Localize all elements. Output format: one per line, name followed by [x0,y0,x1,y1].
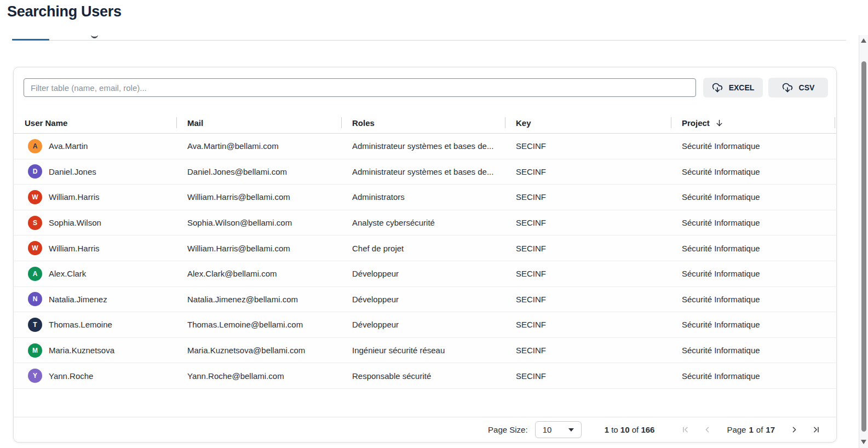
next-page-button[interactable] [790,425,799,434]
user-name: Ava.Martin [49,141,88,151]
mail-cell: Alex.Clark@bellami.com [176,269,341,278]
user-name: William.Harris [49,192,100,202]
roles-cell: Développeur [341,320,505,329]
pager-controls: Page 1 of 17 [681,425,821,434]
key-cell: SECINF [505,269,671,278]
roles-cell: Administrateur systèmes et bases de... [341,167,505,176]
user-name-cell: N Natalia.Jimenez [14,292,176,306]
page-title: Searching Users [7,3,122,20]
avatar: A [28,139,42,153]
active-tab-underline[interactable] [12,39,49,41]
table-body: A Ava.Martin Ava.Martin@bellami.com Admi… [14,134,836,389]
cloud-download-icon [712,82,723,93]
user-name-cell: M Maria.Kuznetsova [14,343,176,358]
cloud-download-icon [782,82,793,93]
key-cell: SECINF [505,295,671,304]
key-cell: SECINF [505,244,671,253]
user-name: Sophia.Wilson [49,218,101,227]
page-indicator: Page 1 of 17 [727,425,775,434]
mail-cell: William.Harris@bellami.com [176,192,341,202]
export-excel-button[interactable]: EXCEL [703,78,763,97]
scroll-up-arrow-icon[interactable] [861,38,866,43]
scroll-down-arrow-icon[interactable] [861,440,866,444]
user-name-cell: D Daniel.Jones [14,164,176,179]
avatar: T [28,318,42,332]
page-size-select[interactable]: 10 [535,421,582,438]
table-row[interactable]: D Daniel.Jones Daniel.Jones@bellami.com … [14,159,836,185]
table-row[interactable]: S Sophia.Wilson Sophia.Wilson@bellami.co… [14,210,836,236]
export-csv-button[interactable]: CSV [768,78,828,97]
row-range-text: 1 to 10 of 166 [605,425,655,434]
first-page-icon [681,425,690,434]
key-cell: SECINF [505,346,671,355]
user-name: Alex.Clark [49,269,86,278]
key-cell: SECINF [505,218,671,227]
table-row[interactable]: M Maria.Kuznetsova Maria.Kuznetsova@bell… [14,338,836,364]
project-cell: Sécurité Informatique [671,192,836,202]
scrollbar-thumb[interactable] [861,61,866,432]
table-row[interactable]: A Alex.Clark Alex.Clark@bellami.com Déve… [14,261,836,287]
project-cell: Sécurité Informatique [671,269,836,278]
mail-cell: Maria.Kuznetsova@bellami.com [176,346,341,355]
project-cell: Sécurité Informatique [671,141,836,151]
project-cell: Sécurité Informatique [671,244,836,253]
table-header-row: User Name Mail Roles Key Project [14,112,836,134]
avatar: Y [28,369,42,383]
column-header-project[interactable]: Project [671,112,836,133]
first-page-button[interactable] [681,425,690,434]
column-header-roles[interactable]: Roles [341,112,505,133]
users-table-card: EXCEL CSV User Name Mail Roles Key Proje… [13,67,837,443]
table-row[interactable]: T Thomas.Lemoine Thomas.Lemoine@bellami.… [14,312,836,338]
caret-down-icon [568,428,574,432]
key-cell: SECINF [505,141,671,151]
roles-cell: Chef de projet [341,244,505,253]
mail-cell: Yann.Roche@bellami.com [176,371,341,381]
table-row[interactable]: Y Yann.Roche Yann.Roche@bellami.com Resp… [14,363,836,389]
mail-cell: Thomas.Lemoine@bellami.com [176,320,341,329]
mail-cell: Natalia.Jimenez@bellami.com [176,295,341,304]
filter-input[interactable] [24,78,696,97]
user-name: William.Harris [49,244,100,253]
last-page-button[interactable] [812,425,821,434]
chevron-left-icon [703,425,712,434]
column-header-key[interactable]: Key [505,112,671,133]
roles-cell: Administrators [341,192,505,202]
user-name: Yann.Roche [49,371,93,381]
key-cell: SECINF [505,192,671,202]
user-name-cell: A Ava.Martin [14,139,176,153]
table-row[interactable]: A Ava.Martin Ava.Martin@bellami.com Admi… [14,134,836,159]
roles-cell: Responsable sécurité [341,371,505,381]
last-page-icon [812,425,821,434]
page-size-label: Page Size: [488,425,528,434]
user-name-cell: W William.Harris [14,190,176,204]
roles-cell: Ingénieur sécurité réseau [341,346,505,355]
column-header-username[interactable]: User Name [14,112,176,133]
pagination-bar: Page Size: 10 1 to 10 of 166 Pa [14,417,836,442]
table-row[interactable]: W William.Harris William.Harris@bellami.… [14,236,836,261]
previous-page-button[interactable] [703,425,712,434]
project-cell: Sécurité Informatique [671,320,836,329]
avatar: D [28,164,42,179]
roles-cell: Développeur [341,269,505,278]
table-row[interactable]: W William.Harris William.Harris@bellami.… [14,185,836,210]
avatar: W [28,190,42,204]
mail-cell: Daniel.Jones@bellami.com [176,167,341,176]
mail-cell: Sophia.Wilson@bellami.com [176,218,341,227]
user-name: Natalia.Jimenez [49,295,107,304]
tab-bar-divider [12,40,846,41]
sort-descending-icon [715,119,723,127]
column-header-mail[interactable]: Mail [176,112,341,133]
user-name-cell: A Alex.Clark [14,267,176,281]
table-row[interactable]: N Natalia.Jimenez Natalia.Jimenez@bellam… [14,287,836,313]
user-name: Thomas.Lemoine [49,320,112,329]
key-cell: SECINF [505,167,671,176]
vertical-scrollbar[interactable] [859,35,868,448]
user-name-cell: T Thomas.Lemoine [14,318,176,332]
tab-partial-text[interactable] [91,34,98,38]
project-cell: Sécurité Informatique [671,346,836,355]
chevron-right-icon [790,425,799,434]
roles-cell: Administrateur systèmes et bases de... [341,141,505,151]
user-name-cell: Y Yann.Roche [14,369,176,383]
key-cell: SECINF [505,371,671,381]
roles-cell: Analyste cybersécurité [341,218,505,227]
